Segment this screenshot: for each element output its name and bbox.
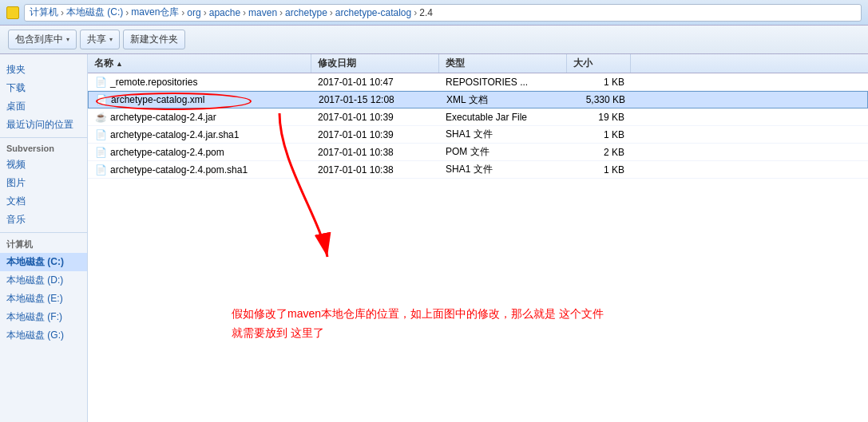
sidebar-item-recent[interactable]: 最近访问的位置 xyxy=(0,116,87,134)
dropdown-arrow-include: ▾ xyxy=(66,36,69,43)
breadcrumb-archetype[interactable]: archetype xyxy=(285,7,327,18)
file-type-cell: SHA1 文件 xyxy=(439,163,567,176)
file-row[interactable]: 📄archetype-catalog-2.4.pom.sha1 2017-01-… xyxy=(88,161,868,179)
dropdown-arrow-share: ▾ xyxy=(109,36,113,43)
file-type-icon: 📄 xyxy=(95,93,108,106)
new-folder-label: 新建文件夹 xyxy=(130,33,178,46)
file-type-icon: 📄 xyxy=(94,128,107,141)
sidebar-section-subversion: Subversion 视频 图片 文档 音乐 xyxy=(0,141,87,229)
file-name-cell: 📄archetype-catalog.xml xyxy=(89,93,312,106)
breadcrumb-apache[interactable]: apache xyxy=(209,7,240,18)
breadcrumb-computer[interactable]: 计算机 xyxy=(30,6,58,19)
file-date-cell: 2017-01-01 10:38 xyxy=(311,147,439,158)
file-size-cell: 1 KB xyxy=(567,164,631,176)
folder-icon xyxy=(6,6,19,19)
sidebar-group-subversion: Subversion xyxy=(0,141,87,156)
sidebar-section-favorites: 搜夹 下载 桌面 最近访问的位置 xyxy=(0,61,87,134)
sidebar-item-documents[interactable]: 文档 xyxy=(0,192,87,211)
header-type[interactable]: 类型 xyxy=(439,54,567,73)
sidebar-section-computer: 计算机 本地磁盘 (C:) 本地磁盘 (D:) 本地磁盘 (E:) 本地磁盘 (… xyxy=(0,236,87,345)
file-type-cell: XML 文档 xyxy=(440,93,568,107)
annotation-line2: 就需要放到 这里了 xyxy=(232,324,604,343)
breadcrumb-maven[interactable]: maven xyxy=(248,7,277,18)
title-bar: 计算机 › 本地磁盘 (C:) › maven仓库 › org › apache… xyxy=(0,0,868,26)
sidebar-divider-1 xyxy=(0,137,87,138)
breadcrumb-org[interactable]: org xyxy=(187,7,200,18)
file-date-cell: 2017-01-15 12:08 xyxy=(312,94,440,105)
file-size-cell: 2 KB xyxy=(567,147,631,158)
annotation-text: 假如修改了maven本地仓库的位置，如上面图中的修改，那么就是 这个文件 就需要… xyxy=(232,305,604,343)
breadcrumb-archetype-catalog[interactable]: archetype-catalog xyxy=(335,7,411,18)
sidebar-item-pictures[interactable]: 图片 xyxy=(0,174,87,192)
annotation-line1: 假如修改了maven本地仓库的位置，如上面图中的修改，那么就是 这个文件 xyxy=(232,305,604,324)
breadcrumb-local-c[interactable]: 本地磁盘 (C:) xyxy=(66,6,123,19)
header-date[interactable]: 修改日期 xyxy=(311,54,439,73)
file-area: 名称 ▲ 修改日期 类型 大小 📄_remote.repositories 20… xyxy=(88,54,868,422)
file-date-cell: 2017-01-01 10:47 xyxy=(311,77,439,88)
file-size-cell: 19 KB xyxy=(567,112,631,123)
header-name[interactable]: 名称 ▲ xyxy=(88,54,311,73)
file-name-cell: 📄archetype-catalog-2.4.pom xyxy=(88,146,311,159)
breadcrumb-version: 2.4 xyxy=(419,7,433,18)
breadcrumb-bar[interactable]: 计算机 › 本地磁盘 (C:) › maven仓库 › org › apache… xyxy=(24,4,862,22)
file-row[interactable]: 📄archetype-catalog.xml 2017-01-15 12:08 … xyxy=(88,91,868,108)
file-name-cell: ☕archetype-catalog-2.4.jar xyxy=(88,111,311,124)
main-layout: 搜夹 下载 桌面 最近访问的位置 Subversion 视频 图片 文档 音乐 … xyxy=(0,54,868,422)
share-button[interactable]: 共享 ▾ xyxy=(80,30,120,49)
breadcrumb-maven-repo[interactable]: maven仓库 xyxy=(131,6,179,19)
file-size-cell: 1 KB xyxy=(567,129,631,140)
sidebar: 搜夹 下载 桌面 最近访问的位置 Subversion 视频 图片 文档 音乐 … xyxy=(0,54,88,422)
file-date-cell: 2017-01-01 10:39 xyxy=(311,129,439,140)
sidebar-item-videos[interactable]: 视频 xyxy=(0,156,87,174)
file-date-cell: 2017-01-01 10:39 xyxy=(311,112,439,123)
file-size-cell: 1 KB xyxy=(567,77,631,88)
sidebar-item-disk-c[interactable]: 本地磁盘 (C:) xyxy=(0,253,87,271)
file-row[interactable]: 📄_remote.repositories 2017-01-01 10:47 R… xyxy=(88,73,868,91)
sidebar-item-music[interactable]: 音乐 xyxy=(0,211,87,229)
file-list: 📄_remote.repositories 2017-01-01 10:47 R… xyxy=(88,73,868,179)
include-library-button[interactable]: 包含到库中 ▾ xyxy=(8,30,77,49)
file-row[interactable]: 📄archetype-catalog-2.4.pom 2017-01-01 10… xyxy=(88,144,868,161)
sidebar-item-downloads[interactable]: 下载 xyxy=(0,79,87,97)
file-list-header: 名称 ▲ 修改日期 类型 大小 xyxy=(88,54,868,73)
share-label: 共享 xyxy=(87,33,106,46)
file-type-cell: REPOSITORIES ... xyxy=(439,77,567,88)
include-label: 包含到库中 xyxy=(15,33,63,46)
new-folder-button[interactable]: 新建文件夹 xyxy=(123,30,185,49)
sidebar-group-computer: 计算机 xyxy=(0,236,87,253)
file-name-cell: 📄archetype-catalog-2.4.pom.sha1 xyxy=(88,164,311,176)
sidebar-divider-2 xyxy=(0,232,87,233)
sidebar-item-disk-f[interactable]: 本地磁盘 (F:) xyxy=(0,308,87,326)
file-type-icon: ☕ xyxy=(94,111,107,124)
sidebar-item-disk-g[interactable]: 本地磁盘 (G:) xyxy=(0,326,87,345)
sidebar-item-desktop[interactable]: 桌面 xyxy=(0,97,87,116)
file-name-cell: 📄archetype-catalog-2.4.jar.sha1 xyxy=(88,128,311,141)
file-type-icon: 📄 xyxy=(94,76,107,89)
sidebar-item-disk-e[interactable]: 本地磁盘 (E:) xyxy=(0,290,87,308)
file-type-cell: SHA1 文件 xyxy=(439,128,567,141)
file-date-cell: 2017-01-01 10:38 xyxy=(311,164,439,176)
file-row[interactable]: 📄archetype-catalog-2.4.jar.sha1 2017-01-… xyxy=(88,126,868,144)
sort-arrow-name: ▲ xyxy=(116,60,123,68)
header-size[interactable]: 大小 xyxy=(567,54,631,73)
toolbar: 包含到库中 ▾ 共享 ▾ 新建文件夹 xyxy=(0,26,868,54)
file-size-cell: 5,330 KB xyxy=(568,94,632,105)
sidebar-item-favorites[interactable]: 搜夹 xyxy=(0,61,87,79)
file-type-icon: 📄 xyxy=(94,146,107,159)
file-type-icon: 📄 xyxy=(94,164,107,176)
file-type-cell: POM 文件 xyxy=(439,145,567,159)
file-name-cell: 📄_remote.repositories xyxy=(88,76,311,89)
file-row[interactable]: ☕archetype-catalog-2.4.jar 2017-01-01 10… xyxy=(88,108,868,126)
sidebar-item-disk-d[interactable]: 本地磁盘 (D:) xyxy=(0,271,87,290)
file-type-cell: Executable Jar File xyxy=(439,112,567,123)
